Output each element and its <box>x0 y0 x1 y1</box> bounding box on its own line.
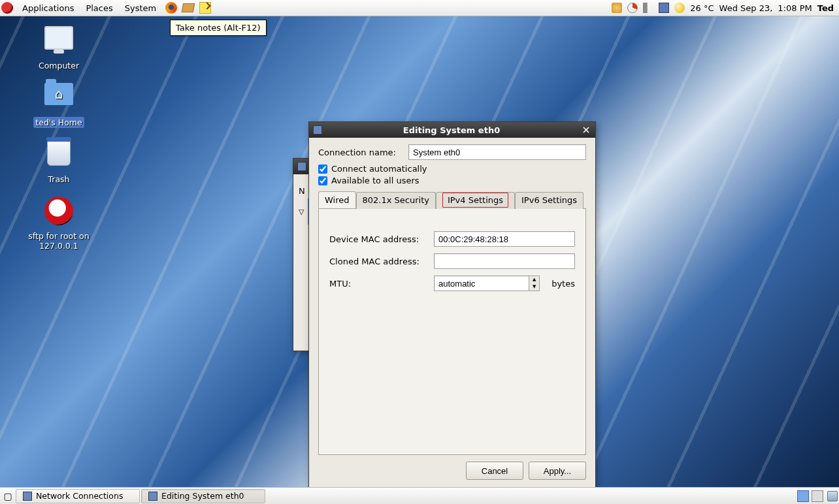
time-label[interactable]: 1:08 PM <box>778 3 812 13</box>
update-tray-icon[interactable] <box>612 3 622 13</box>
weather-icon <box>674 3 685 13</box>
menu-system[interactable]: System <box>120 2 161 14</box>
computer-icon <box>44 26 73 50</box>
tooltip: Take notes (Alt-F12) <box>170 20 267 36</box>
desktop-icon-home[interactable]: ted's Home <box>13 83 105 128</box>
cloned-mac-label: Cloned MAC address: <box>329 257 427 266</box>
desktop-icon-trash[interactable]: Trash <box>13 140 105 185</box>
tab-ipv4-settings[interactable]: IPv4 Settings <box>436 192 515 209</box>
notes-launcher[interactable] <box>198 1 212 15</box>
bottom-taskbar: ▢ Network Connections Editing System eth… <box>0 487 839 504</box>
close-button[interactable] <box>581 125 591 135</box>
workspace-switcher-2[interactable] <box>812 490 823 502</box>
temperature-label: 26 °C <box>690 3 714 13</box>
redhat-icon <box>44 197 73 225</box>
user-label[interactable]: Ted <box>817 3 834 13</box>
task-label: Network Connections <box>36 491 123 501</box>
chevron-down-icon: ▼ <box>529 283 539 291</box>
cancel-button[interactable]: Cancel <box>466 462 523 480</box>
available-all-users-label: Available to all users <box>331 176 420 185</box>
top-panel: Applications Places System 26 °C Wed Sep… <box>0 0 839 16</box>
tab-ipv6-settings[interactable]: IPv6 Settings <box>515 192 584 209</box>
menu-applications[interactable]: Applications <box>17 2 79 14</box>
connection-name-label: Connection name: <box>318 148 403 157</box>
taskbar-item-editing-eth0[interactable]: Editing System eth0 <box>141 489 265 503</box>
show-desktop-button[interactable]: ▢ <box>1 491 14 501</box>
bg-row-label: N <box>299 186 305 196</box>
tab-bar: Wired 802.1x Security IPv4 Settings IPv6… <box>318 191 586 209</box>
ipv4-highlight: IPv4 Settings <box>442 193 508 208</box>
editing-connection-dialog: Editing System eth0 Connection name: Con… <box>308 121 596 488</box>
trash-applet-icon[interactable] <box>827 491 838 501</box>
distro-logo-icon[interactable] <box>1 2 13 14</box>
desktop-icon-label: Trash <box>46 174 71 185</box>
tab-panel-wired: Device MAC address: Cloned MAC address: … <box>318 209 586 455</box>
package-manager-launcher[interactable] <box>181 1 195 15</box>
date-label[interactable]: Wed Sep 23, <box>719 3 773 13</box>
titlebar[interactable]: Editing System eth0 <box>309 122 595 138</box>
desktop-icon-sftp[interactable]: sftp for root on 127.0.0.1 <box>13 197 105 251</box>
chevron-down-icon: ▽ <box>299 208 304 216</box>
tab-8021x-security[interactable]: 802.1x Security <box>356 192 436 209</box>
device-mac-label: Device MAC address: <box>329 234 427 244</box>
workspace-switcher-1[interactable] <box>797 490 809 502</box>
package-icon <box>182 3 195 12</box>
window-icon <box>148 492 157 501</box>
cpu-gauge-icon[interactable] <box>627 3 638 13</box>
chevron-up-icon: ▲ <box>529 276 539 283</box>
mtu-unit-label: bytes <box>551 279 575 289</box>
apply-button[interactable]: Apply... <box>529 462 586 480</box>
connect-automatically-label: Connect automatically <box>331 164 427 174</box>
available-all-users-checkbox[interactable] <box>318 176 327 185</box>
window-icon <box>23 492 32 501</box>
mtu-spinner[interactable]: ▲ ▼ <box>529 276 540 291</box>
device-mac-input[interactable] <box>434 231 575 247</box>
sticky-note-icon <box>199 2 211 14</box>
dialog-title: Editing System eth0 <box>326 125 577 135</box>
window-icon <box>313 125 322 134</box>
firefox-launcher[interactable] <box>164 1 178 15</box>
taskbar-item-network-connections[interactable]: Network Connections <box>16 489 140 503</box>
window-icon <box>297 162 306 171</box>
firefox-icon <box>165 2 177 14</box>
desktop-icon-label: ted's Home <box>33 117 84 128</box>
mtu-input[interactable] <box>434 276 529 291</box>
desktop-icons-area: Computer ted's Home Trash sftp for root … <box>13 26 105 263</box>
volume-icon[interactable] <box>643 3 653 13</box>
desktop-icon-label: Computer <box>37 60 81 71</box>
connection-name-input[interactable] <box>408 144 586 160</box>
cloned-mac-input[interactable] <box>434 253 575 269</box>
task-label: Editing System eth0 <box>161 491 244 501</box>
close-icon <box>583 127 589 133</box>
trash-icon <box>47 140 71 166</box>
tab-wired[interactable]: Wired <box>318 191 356 208</box>
desktop-icon-computer[interactable]: Computer <box>13 26 105 71</box>
connect-automatically-checkbox[interactable] <box>318 165 327 174</box>
desktop-icon-label: sftp for root on 127.0.0.1 <box>13 230 105 251</box>
mtu-label: MTU: <box>329 279 427 289</box>
network-tray-icon[interactable] <box>659 3 669 13</box>
home-folder-icon <box>44 83 73 105</box>
menu-places[interactable]: Places <box>80 2 118 14</box>
